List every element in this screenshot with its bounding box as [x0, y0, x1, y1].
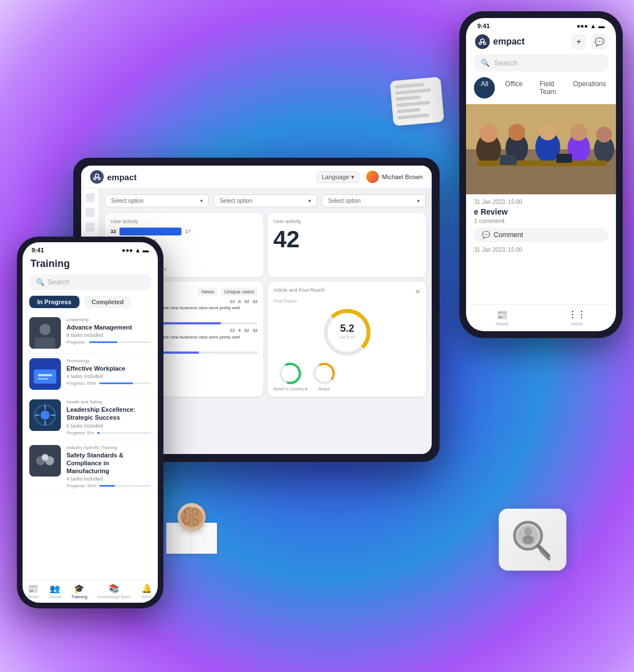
training-search[interactable]: 🔍 Search [29, 274, 151, 290]
language-button[interactable]: Language ▾ [317, 171, 360, 183]
training-progress-4: Progress: 30% [66, 483, 151, 488]
svg-rect-37 [35, 337, 55, 349]
pl-nav-alerts[interactable]: 🔔 Alerts [141, 584, 153, 599]
reach-b-gauge: Reach [312, 361, 336, 391]
tablet-header: empact Language ▾ Michael Brown [81, 166, 432, 189]
training-card-4-info: Industry Specific Training Safety Standa… [66, 445, 151, 489]
comment-button[interactable]: 💬 Comment [474, 228, 608, 242]
training-card-1-info: Leadership Advance Management 8 tasks in… [66, 317, 151, 345]
tab-office[interactable]: Office [498, 77, 529, 99]
big-number-value: 42 [273, 228, 420, 251]
phone-right-header: empact ＋ 💬 [466, 29, 616, 54]
progress-bar-1 [89, 341, 151, 343]
training-thumb-3 [29, 399, 61, 431]
phone-right-search[interactable]: 🔍 Search [474, 54, 608, 72]
sidebar-icon-3[interactable] [86, 222, 95, 232]
svg-rect-34 [556, 154, 572, 163]
tablet-header-right: Language ▾ Michael Brown [317, 171, 423, 183]
training-title-2: Effective Workplace [66, 364, 151, 372]
training-tasks-1: 8 tasks included [66, 332, 151, 338]
tab-field-team[interactable]: Field Team [533, 77, 562, 99]
in-progress-filter[interactable]: In Progress [29, 296, 79, 308]
article-reach-card: Article and Post Reach ✕ Total Reach 5.2… [268, 282, 426, 397]
pl-nav-knowledge[interactable]: 📚 Knowledge Base [97, 584, 131, 599]
news-nav-icon: 📰 [496, 309, 508, 320]
training-tasks-3: 6 tasks included [66, 423, 151, 429]
training-title-3: Leadership Excellence: Strategic Success [66, 406, 151, 422]
tablet-logo-icon [90, 170, 104, 184]
training-card-4: Industry Specific Training Safety Standa… [23, 440, 158, 494]
meeting-photo [466, 104, 616, 194]
close-reach-card[interactable]: ✕ [415, 288, 420, 296]
training-card-2: Technology Effective Workplace 4 tasks i… [23, 354, 158, 395]
brain-book-decoration [163, 509, 237, 576]
tablet-logo: empact [90, 170, 137, 184]
phone-right-content: 31 Jan 2023, 15:00 e Review 1 comment 💬 … [466, 104, 616, 304]
phone-nav-more[interactable]: ⋮⋮ More [568, 309, 586, 327]
training-tasks-2: 4 tasks included [66, 373, 151, 379]
activity-bar-chart: 33 17 [110, 228, 258, 235]
pl-nav-news[interactable]: 📰 News [28, 584, 39, 599]
online-bar [119, 228, 181, 235]
filter-select-2[interactable]: Select option ▾ [214, 194, 318, 207]
svg-point-0 [95, 174, 99, 177]
svg-point-18 [479, 42, 481, 44]
training-thumb-2 [29, 358, 61, 390]
pl-training-icon: 🎓 [74, 584, 85, 594]
filter-select-1[interactable]: Select option ▾ [105, 194, 209, 207]
filter-select-3[interactable]: Select option ▾ [322, 194, 426, 207]
pl-nav-social[interactable]: 👥 Social [49, 584, 61, 599]
tablet-brand-name: empact [107, 172, 137, 182]
svg-point-29 [570, 124, 587, 141]
training-title-1: Advance Management [66, 323, 151, 331]
pl-nav-training[interactable]: 🎓 Training [71, 584, 87, 599]
pl-alerts-icon: 🔔 [141, 584, 152, 594]
svg-point-2 [98, 177, 100, 180]
search-icon: 🔍 [481, 59, 490, 67]
user-profile[interactable]: Michael Brown [366, 171, 423, 183]
progress-bar-2 [99, 382, 151, 384]
svg-point-44 [41, 411, 50, 420]
tab-all[interactable]: All [474, 77, 495, 99]
training-progress-2: Progress: 65% [66, 381, 151, 386]
phone-right-bottom-nav: 📰 News ⋮⋮ More [466, 304, 616, 331]
phone-post-meta: 31 Jan 2023, 15:00 e Review 1 comment 💬 … [466, 194, 616, 242]
pl-social-icon: 👥 [50, 584, 60, 594]
svg-point-23 [480, 124, 498, 143]
phone-right-status-bar: 9:41 ●●● ▲ ▬ [466, 18, 616, 29]
phone-right-device: 9:41 ●●● ▲ ▬ empact ＋ [459, 11, 623, 338]
sidebar-icon-2[interactable] [86, 208, 95, 217]
tab-operations[interactable]: Operations [566, 77, 613, 99]
svg-point-19 [484, 42, 486, 44]
training-title-4: Safety Standards & Compliance in Manufac… [66, 451, 151, 475]
svg-point-60 [524, 527, 532, 535]
training-filter-row: In Progress Completed [23, 296, 158, 313]
training-card-3-info: Health and Safety Leadership Excellence:… [66, 399, 151, 435]
phone-right-actions: ＋ 💬 [571, 34, 607, 50]
svg-rect-32 [477, 161, 607, 166]
phone-left-screen: 9:41 ●●● ▲ ▬ Training 🔍 Search In Progre… [23, 242, 158, 603]
progress-bar-3 [97, 432, 151, 434]
svg-point-27 [539, 122, 557, 140]
svg-text:5.2: 5.2 [340, 323, 354, 334]
svg-point-55 [180, 507, 203, 527]
training-category-3: Health and Safety [66, 399, 151, 404]
phone-left-device: 9:41 ●●● ▲ ▬ Training 🔍 Search In Progre… [17, 237, 163, 608]
more-nav-icon: ⋮⋮ [568, 309, 586, 320]
training-header: Training [23, 256, 158, 274]
phone-nav-news[interactable]: 📰 News [496, 309, 509, 327]
svg-rect-39 [34, 370, 56, 384]
user-avatar [366, 171, 379, 183]
svg-point-61 [522, 535, 534, 544]
training-list: Leadership Advance Management 8 tasks in… [23, 313, 158, 580]
mini-gauges: Reach in Country A Reach [273, 361, 420, 391]
phone-right-logo: empact [475, 34, 525, 49]
phone-left-status: 9:41 ●●● ▲ ▬ [23, 242, 158, 256]
sidebar-icon-1[interactable] [86, 193, 95, 202]
add-button[interactable]: ＋ [571, 34, 587, 50]
completed-filter[interactable]: Completed [84, 296, 132, 308]
training-progress-3: Progress: 5% [66, 430, 151, 435]
training-thumb-4 [29, 445, 61, 477]
progress-bar-4 [99, 485, 151, 487]
chat-button[interactable]: 💬 [591, 34, 607, 50]
